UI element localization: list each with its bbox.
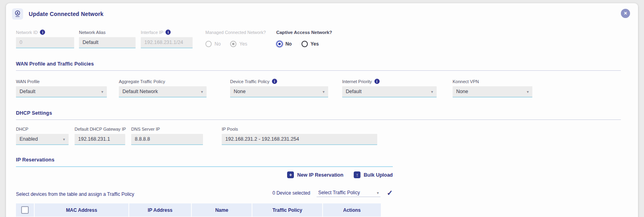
ip-pools-input[interactable] [222, 134, 377, 145]
network-alias-input[interactable] [79, 37, 136, 48]
update-connected-network-dialog: Update Connected Network ✕ Network ID i … [6, 3, 638, 217]
network-id-label: Network ID i [16, 30, 74, 35]
captive-network-label-text: Captive Access Network? [276, 30, 332, 35]
ip-pools-label: IP Pools [222, 126, 377, 131]
info-icon[interactable]: i [272, 79, 277, 84]
chevron-down-icon: ▾ [527, 90, 529, 94]
captive-no-label: No [286, 41, 292, 47]
gateway-label-text: Default DHCP Gateway IP [75, 127, 126, 131]
wan-fields-row: WAN Profile Default ▾ Aggregate Traffic … [16, 79, 638, 98]
managed-yes-radio: Yes [230, 41, 247, 47]
dhcp-label: DHCP [16, 126, 69, 131]
dhcp-section-title: DHCP Settings [16, 110, 621, 120]
wan-profile-value: Default [20, 89, 35, 94]
internet-priority-select[interactable]: Default ▾ [342, 86, 437, 98]
new-ip-reservation-button[interactable]: + New IP Reservation [287, 171, 343, 178]
captive-network-radios: No Yes [276, 40, 332, 48]
network-id-input [16, 37, 74, 48]
device-policy-select[interactable]: None ▾ [230, 86, 328, 98]
gateway-input[interactable] [75, 134, 125, 145]
network-alias-label: Network Alias [79, 30, 136, 35]
policy-assign-row: Select devices from the table and assign… [16, 189, 393, 197]
device-policy-label-text: Device Traffic Policy [230, 79, 270, 84]
konnect-vpn-label: Konnect VPN [453, 79, 532, 84]
internet-priority-value: Default [346, 89, 362, 94]
column-header-traffic-policy: Traffic Policy [252, 203, 322, 217]
interface-ip-label: Interface IP i [141, 30, 193, 35]
chevron-down-icon: ▾ [201, 90, 203, 94]
reservation-buttons-row: + New IP Reservation ↑ Bulk Upload [16, 171, 393, 178]
dns-label-text: DNS Server IP [131, 127, 160, 131]
column-header-ip-address: IP Address [129, 203, 191, 217]
aggregate-policy-select[interactable]: Default Network ▾ [119, 86, 207, 98]
chevron-down-icon: ▾ [101, 90, 103, 94]
wan-profile-label: WAN Profile [16, 79, 107, 84]
apply-policy-check-icon[interactable]: ✓ [387, 189, 393, 197]
dns-label: DNS Server IP [131, 126, 203, 131]
network-alias-field: Network Alias [79, 30, 136, 48]
upload-icon: ↑ [354, 171, 360, 178]
radio-circle-icon [276, 41, 283, 47]
dialog-title: Update Connected Network [29, 11, 104, 17]
konnect-vpn-label-text: Konnect VPN [453, 79, 479, 84]
info-icon[interactable]: i [40, 30, 45, 35]
managed-no-label: No [215, 41, 221, 47]
column-header-actions: Actions [323, 203, 381, 217]
captive-no-radio[interactable]: No [276, 41, 292, 47]
konnect-vpn-field: Konnect VPN None ▾ [453, 79, 532, 98]
chevron-down-icon: ▾ [431, 90, 433, 94]
aggregate-policy-label: Aggregate Traffic Policy [119, 79, 207, 84]
select-traffic-policy-dropdown[interactable]: Select Traffic Policy ▾ [317, 189, 380, 197]
wan-section-title: WAN Profile and Traffic Policies [16, 61, 621, 71]
new-ip-reservation-label: New IP Reservation [297, 172, 343, 178]
column-header-name: Name [192, 203, 252, 217]
interface-ip-label-text: Interface IP [141, 30, 163, 35]
device-selected-count: 0 Device selected [272, 190, 310, 196]
network-id-label-text: Network ID [16, 30, 37, 35]
konnect-vpn-select[interactable]: None ▾ [453, 86, 532, 98]
ip-reservations-table: MAC Address IP Address Name Traffic Poli… [16, 203, 383, 217]
dhcp-label-text: DHCP [16, 127, 28, 131]
aggregate-policy-field: Aggregate Traffic Policy Default Network… [119, 79, 207, 98]
radio-circle-icon [205, 41, 212, 47]
basic-fields-row: Network ID i Network Alias Interface IP … [16, 30, 638, 48]
captive-yes-label: Yes [311, 41, 319, 47]
info-icon[interactable]: i [374, 79, 380, 84]
wan-profile-select[interactable]: Default ▾ [16, 86, 107, 98]
captive-network-group: Captive Access Network? No Yes [276, 30, 332, 48]
bulk-upload-button[interactable]: ↑ Bulk Upload [354, 171, 393, 178]
app-logo-icon [12, 8, 23, 20]
select-all-checkbox[interactable] [21, 206, 29, 214]
managed-network-label-text: Managed Connected Network? [205, 30, 266, 35]
managed-yes-label: Yes [239, 41, 247, 47]
assign-policy-hint: Select devices from the table and assign… [16, 191, 134, 197]
chevron-down-icon: ▾ [63, 137, 65, 141]
dhcp-fields-row: DHCP Enabled ▾ Default DHCP Gateway IP D… [16, 126, 638, 145]
table-header-row: MAC Address IP Address Name Traffic Poli… [16, 203, 383, 217]
aggregate-policy-label-text: Aggregate Traffic Policy [119, 79, 165, 84]
close-icon[interactable]: ✕ [621, 9, 630, 18]
bulk-upload-label: Bulk Upload [364, 172, 393, 178]
dhcp-field: DHCP Enabled ▾ [16, 126, 69, 145]
policy-assign-controls: 0 Device selected Select Traffic Policy … [272, 189, 393, 197]
info-icon[interactable]: i [165, 30, 171, 35]
dns-input[interactable] [131, 134, 203, 145]
device-policy-field: Device Traffic Policy i None ▾ [230, 79, 328, 98]
select-all-cell [16, 203, 34, 217]
ip-reservations-title: IP Reservations [16, 157, 393, 167]
network-id-field: Network ID i [16, 30, 74, 48]
device-policy-label: Device Traffic Policy i [230, 79, 328, 84]
managed-network-group: Managed Connected Network? No Yes [205, 30, 266, 48]
gateway-field: Default DHCP Gateway IP [75, 126, 125, 145]
dhcp-select[interactable]: Enabled ▾ [16, 134, 69, 145]
plus-icon: + [287, 171, 294, 178]
gateway-label: Default DHCP Gateway IP [75, 126, 125, 131]
dialog-header: Update Connected Network [12, 8, 638, 20]
ip-pools-label-text: IP Pools [222, 127, 238, 131]
radio-circle-icon [230, 41, 236, 47]
managed-no-radio: No [205, 41, 221, 47]
dns-field: DNS Server IP [131, 126, 203, 145]
konnect-vpn-value: None [456, 89, 468, 94]
captive-yes-radio[interactable]: Yes [301, 41, 319, 47]
wan-profile-field: WAN Profile Default ▾ [16, 79, 107, 98]
